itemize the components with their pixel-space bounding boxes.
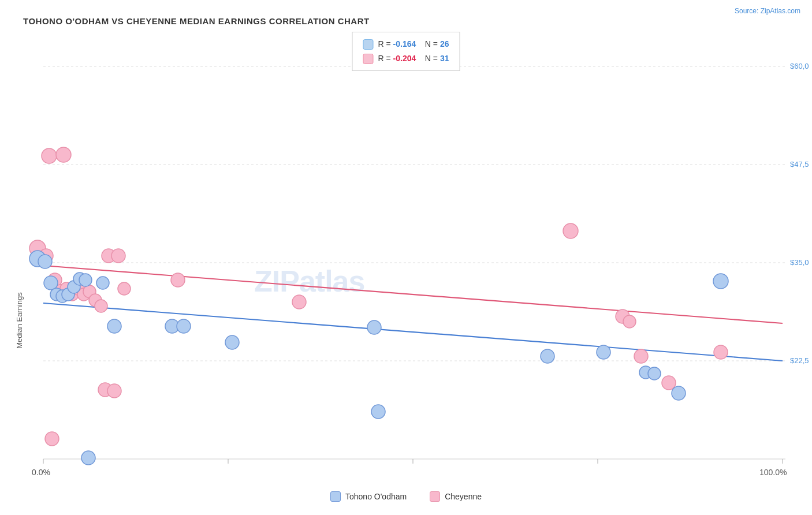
chart-title: TOHONO O'ODHAM VS CHEYENNE MEDIAN EARNIN… — [6, 12, 806, 26]
y-tick-47500: $47,500 — [790, 160, 809, 169]
y-tick-35000: $35,000 — [790, 258, 809, 267]
pink-dot — [563, 223, 578, 238]
legend-row-pink: R = -0.204 N = 31 — [363, 51, 449, 66]
source-text: Source: ZipAtlas.com — [735, 7, 800, 15]
blue-dot — [96, 277, 109, 289]
pink-dot — [107, 384, 121, 398]
blue-dot — [597, 345, 610, 359]
bottom-swatch-pink — [430, 491, 440, 502]
blue-dot — [81, 451, 95, 465]
bottom-legend-blue: Tohono O'odham — [330, 491, 407, 502]
blue-dot — [367, 320, 381, 334]
blue-dot — [672, 386, 686, 400]
legend-text-blue: R = -0.164 N = 26 — [378, 37, 449, 51]
blue-dot — [177, 319, 191, 333]
blue-r-value: -0.164 — [393, 39, 416, 48]
pink-dot — [111, 249, 125, 263]
pink-dot — [45, 432, 59, 446]
y-tick-60000: $60,000 — [790, 62, 809, 70]
blue-dot — [107, 319, 121, 333]
bottom-swatch-blue — [330, 491, 341, 502]
pink-r-value: -0.204 — [393, 54, 416, 63]
legend-box: R = -0.164 N = 26 R = -0.204 N = 31 — [352, 32, 460, 71]
blue-dot — [225, 335, 239, 349]
bottom-legend: Tohono O'odham Cheyenne — [6, 491, 806, 506]
blue-trend-line — [43, 303, 783, 361]
pink-dot — [292, 295, 306, 309]
blue-dot — [541, 349, 554, 363]
pink-dot — [623, 315, 636, 328]
pink-dot — [171, 273, 185, 287]
y-tick-22500: $22,500 — [790, 356, 809, 365]
pink-dot — [714, 345, 728, 359]
blue-dot — [38, 255, 52, 268]
pink-dot — [118, 282, 131, 295]
pink-dot — [42, 148, 57, 163]
legend-text-pink: R = -0.204 N = 31 — [378, 51, 449, 66]
y-axis-label: Median Earnings — [15, 292, 24, 349]
blue-n-value: 26 — [440, 39, 449, 48]
bottom-label-pink: Cheyenne — [445, 492, 482, 501]
pink-n-value: 31 — [440, 54, 449, 63]
pink-dot — [634, 349, 648, 363]
chart-container: TOHONO O'ODHAM VS CHEYENNE MEDIAN EARNIN… — [0, 0, 812, 515]
blue-dot — [371, 405, 385, 419]
x-label-100: 100.0% — [759, 468, 787, 477]
blue-dot — [79, 274, 92, 286]
watermark: ZIPatlas — [254, 264, 364, 298]
pink-dot — [662, 376, 676, 390]
chart-svg: Median Earnings $60,000 $47,500 $35,000 … — [12, 32, 809, 488]
bottom-label-blue: Tohono O'odham — [345, 492, 407, 501]
x-label-0: 0.0% — [32, 468, 50, 477]
blue-dot — [713, 274, 728, 289]
pink-dot — [56, 147, 71, 162]
pink-dot — [95, 300, 107, 312]
legend-swatch-blue — [363, 39, 374, 50]
pink-trend-line — [43, 266, 783, 323]
bottom-legend-pink: Cheyenne — [430, 491, 482, 502]
blue-dot — [648, 367, 661, 380]
legend-row-blue: R = -0.164 N = 26 — [363, 37, 449, 51]
legend-swatch-pink — [363, 54, 374, 64]
